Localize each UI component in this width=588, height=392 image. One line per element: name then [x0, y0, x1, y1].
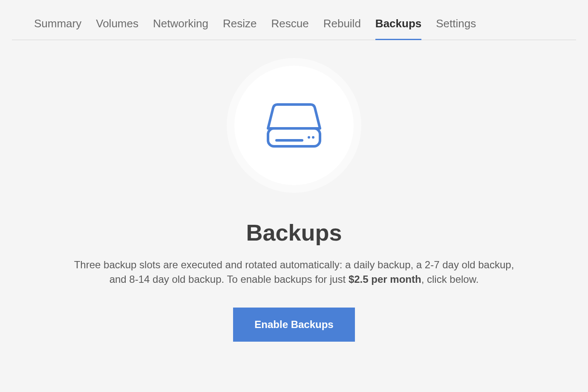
- svg-point-3: [312, 136, 314, 139]
- disk-icon: [266, 102, 322, 149]
- tab-rescue[interactable]: Rescue: [271, 17, 309, 40]
- tab-summary[interactable]: Summary: [34, 17, 81, 40]
- tab-networking[interactable]: Networking: [153, 17, 208, 40]
- tab-settings[interactable]: Settings: [436, 17, 476, 40]
- enable-backups-button[interactable]: Enable Backups: [233, 308, 355, 342]
- icon-circle: [234, 66, 354, 185]
- backups-heading: Backups: [246, 219, 342, 246]
- content-area: Backups Three backup slots are executed …: [0, 40, 588, 359]
- tab-bar: Summary Volumes Networking Resize Rescue…: [12, 0, 576, 40]
- tab-volumes[interactable]: Volumes: [96, 17, 138, 40]
- backups-description: Three backup slots are executed and rota…: [68, 258, 520, 286]
- svg-point-2: [308, 136, 310, 139]
- description-price: $2.5 per month: [349, 273, 421, 285]
- tab-resize[interactable]: Resize: [223, 17, 257, 40]
- tab-backups[interactable]: Backups: [375, 17, 421, 40]
- page-container: Summary Volumes Networking Resize Rescue…: [0, 0, 588, 359]
- tab-rebuild[interactable]: Rebuild: [323, 17, 361, 40]
- description-after: , click below.: [421, 273, 479, 285]
